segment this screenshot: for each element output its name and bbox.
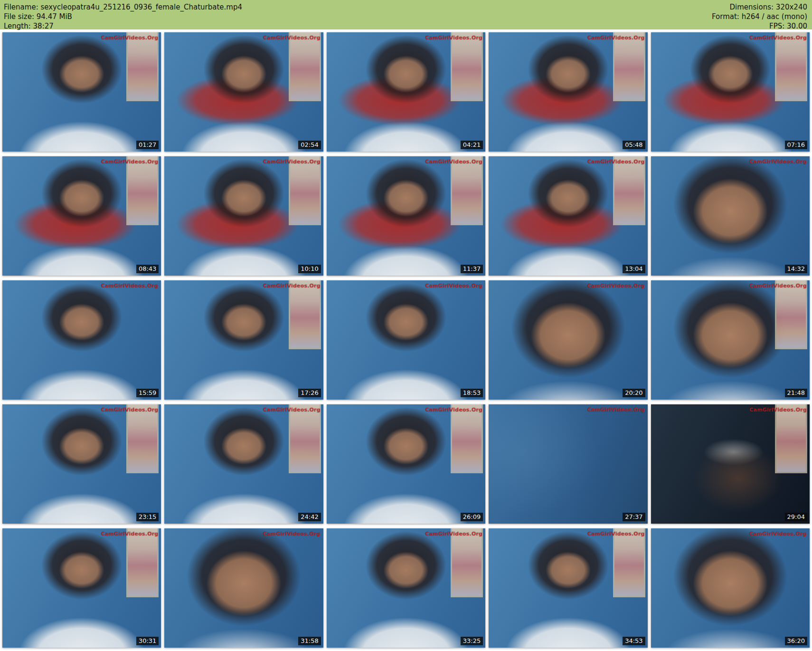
watermark-text: CamGirlVideos.Org (587, 159, 645, 165)
watermark-text: CamGirlVideos.Org (587, 407, 645, 413)
wall-poster-shape (776, 32, 806, 100)
watermark-text: CamGirlVideos.Org (749, 407, 807, 413)
thumbnail: CamGirlVideos.Org 08:43 (2, 156, 161, 276)
timestamp-badge: 29:04 (785, 513, 807, 521)
timestamp-badge: 36:20 (785, 637, 807, 645)
video-frame-placeholder (2, 280, 161, 400)
thumbnail-grid: CamGirlVideos.Org 01:27 CamGirlVideos.Or… (0, 29, 812, 650)
file-info-left: Filename: sexycleopatra4u_251216_0936_fe… (4, 3, 242, 31)
wall-poster-shape (776, 280, 806, 348)
thumbnail: CamGirlVideos.Org 05:48 (489, 32, 647, 152)
watermark-text: CamGirlVideos.Org (101, 407, 159, 413)
watermark-text: CamGirlVideos.Org (749, 159, 807, 165)
thumbnail: CamGirlVideos.Org 26:09 (327, 404, 485, 524)
video-frame-placeholder (651, 156, 810, 276)
watermark-text: CamGirlVideos.Org (263, 159, 321, 165)
wall-poster-shape (452, 32, 482, 100)
timestamp-badge: 18:53 (461, 389, 483, 397)
watermark-text: CamGirlVideos.Org (749, 283, 807, 289)
timestamp-badge: 34:53 (623, 637, 645, 645)
filename-line: Filename: sexycleopatra4u_251216_0936_fe… (4, 3, 242, 12)
timestamp-badge: 04:21 (461, 141, 483, 149)
thumbnail: CamGirlVideos.Org 15:59 (2, 280, 161, 400)
info-header: Filename: sexycleopatra4u_251216_0936_fe… (0, 0, 812, 29)
wall-poster-shape (290, 32, 320, 100)
watermark-text: CamGirlVideos.Org (425, 531, 482, 537)
thumbnail: CamGirlVideos.Org 23:15 (2, 404, 161, 524)
thumbnail: CamGirlVideos.Org 30:31 (2, 528, 161, 648)
timestamp-badge: 14:32 (785, 265, 807, 273)
watermark-text: CamGirlVideos.Org (425, 407, 482, 413)
thumbnail: CamGirlVideos.Org 17:26 (164, 280, 323, 400)
thumbnail: CamGirlVideos.Org 04:21 (327, 32, 485, 152)
thumbnail: CamGirlVideos.Org 36:20 (651, 528, 810, 648)
timestamp-badge: 30:31 (136, 637, 159, 645)
filesize-line: File size: 94.47 MiB (4, 12, 242, 22)
video-frame-placeholder (327, 280, 485, 400)
timestamp-badge: 08:43 (136, 265, 159, 273)
format-line: Format: h264 / aac (mono) (712, 12, 807, 22)
thumbnail: CamGirlVideos.Org 24:42 (164, 404, 323, 524)
wall-poster-shape (128, 156, 157, 224)
watermark-text: CamGirlVideos.Org (425, 35, 482, 41)
thumbnail: CamGirlVideos.Org 29:04 (651, 404, 810, 524)
timestamp-badge: 24:42 (298, 513, 321, 521)
watermark-text: CamGirlVideos.Org (101, 531, 159, 537)
timestamp-badge: 33:25 (461, 637, 483, 645)
wall-poster-shape (614, 156, 644, 224)
wall-poster-shape (128, 528, 157, 596)
file-info-right: Dimensions: 320x240 Format: h264 / aac (… (712, 3, 807, 31)
watermark-text: CamGirlVideos.Org (101, 35, 159, 41)
timestamp-badge: 11:37 (461, 265, 483, 273)
watermark-text: CamGirlVideos.Org (587, 283, 645, 289)
wall-poster-shape (776, 404, 806, 472)
thumbnail: CamGirlVideos.Org 11:37 (327, 156, 485, 276)
wall-poster-shape (128, 32, 157, 100)
thumbnail: CamGirlVideos.Org 21:48 (651, 280, 810, 400)
watermark-text: CamGirlVideos.Org (101, 159, 159, 165)
timestamp-badge: 15:59 (136, 389, 159, 397)
thumbnail: CamGirlVideos.Org 02:54 (164, 32, 323, 152)
fps-line: FPS: 30.00 (712, 22, 807, 31)
wall-poster-shape (452, 404, 482, 472)
timestamp-badge: 26:09 (461, 513, 483, 521)
wall-poster-shape (290, 156, 320, 224)
timestamp-badge: 17:26 (298, 389, 321, 397)
timestamp-badge: 23:15 (136, 513, 159, 521)
timestamp-badge: 02:54 (298, 141, 321, 149)
thumbnail: CamGirlVideos.Org 31:58 (164, 528, 323, 648)
wall-poster-shape (614, 32, 644, 100)
timestamp-badge: 07:16 (785, 141, 807, 149)
wall-poster-shape (452, 528, 482, 596)
timestamp-badge: 13:04 (623, 265, 645, 273)
timestamp-badge: 05:48 (623, 141, 645, 149)
watermark-text: CamGirlVideos.Org (749, 35, 807, 41)
thumbnail: CamGirlVideos.Org 27:37 (489, 404, 647, 524)
wall-poster-shape (614, 528, 644, 596)
thumbnail: CamGirlVideos.Org 18:53 (327, 280, 485, 400)
timestamp-badge: 20:20 (623, 389, 645, 397)
dimensions-line: Dimensions: 320x240 (712, 3, 807, 12)
wall-poster-shape (290, 280, 320, 348)
watermark-text: CamGirlVideos.Org (587, 35, 645, 41)
thumbnail: CamGirlVideos.Org 01:27 (2, 32, 161, 152)
timestamp-badge: 31:58 (298, 637, 321, 645)
thumbnail: CamGirlVideos.Org 34:53 (489, 528, 647, 648)
watermark-text: CamGirlVideos.Org (101, 283, 159, 289)
thumbnail: CamGirlVideos.Org 07:16 (651, 32, 810, 152)
length-line: Length: 38:27 (4, 22, 242, 31)
video-frame-placeholder (489, 404, 647, 524)
thumbnail: CamGirlVideos.Org 20:20 (489, 280, 647, 400)
video-frame-placeholder (489, 280, 647, 400)
watermark-text: CamGirlVideos.Org (749, 531, 807, 537)
wall-poster-shape (452, 156, 482, 224)
timestamp-badge: 10:10 (298, 265, 321, 273)
video-frame-placeholder (164, 528, 323, 648)
watermark-text: CamGirlVideos.Org (263, 35, 321, 41)
watermark-text: CamGirlVideos.Org (425, 159, 482, 165)
thumbnail: CamGirlVideos.Org 13:04 (489, 156, 647, 276)
watermark-text: CamGirlVideos.Org (263, 407, 321, 413)
watermark-text: CamGirlVideos.Org (263, 283, 321, 289)
watermark-text: CamGirlVideos.Org (263, 531, 321, 537)
thumbnail: CamGirlVideos.Org 14:32 (651, 156, 810, 276)
